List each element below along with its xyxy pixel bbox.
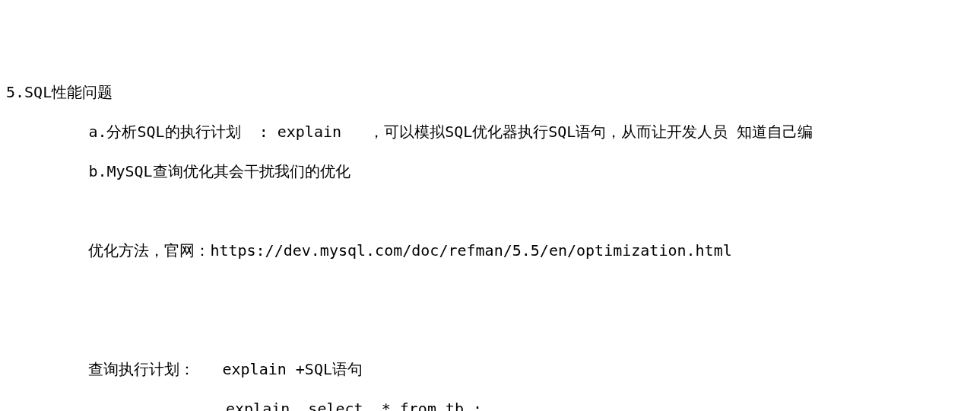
section-heading: 5.SQL性能问题 bbox=[6, 82, 974, 102]
list-item-b: b.MySQL查询优化其会干扰我们的优化 bbox=[6, 161, 974, 181]
plan-label: 查询执行计划： explain +SQL语句 bbox=[6, 359, 974, 379]
opt-method: 优化方法，官网：https://dev.mysql.com/doc/refman… bbox=[6, 241, 974, 260]
blank-line bbox=[6, 320, 974, 339]
item-a-text: a.分析SQL的执行计划 : explain ，可以模拟SQL优化器执行SQL语… bbox=[88, 123, 813, 141]
plan-example-text: explain select * from tb ; bbox=[226, 400, 482, 411]
plan-example: explain select * from tb ; bbox=[6, 399, 974, 411]
item-b-text: b.MySQL查询优化其会干扰我们的优化 bbox=[88, 162, 350, 180]
plan-label-text: 查询执行计划： explain +SQL语句 bbox=[88, 360, 363, 378]
blank-line bbox=[6, 201, 974, 221]
blank-line bbox=[6, 280, 974, 300]
list-item-a: a.分析SQL的执行计划 : explain ，可以模拟SQL优化器执行SQL语… bbox=[6, 122, 974, 142]
opt-method-text: 优化方法，官网：https://dev.mysql.com/doc/refman… bbox=[88, 241, 731, 260]
